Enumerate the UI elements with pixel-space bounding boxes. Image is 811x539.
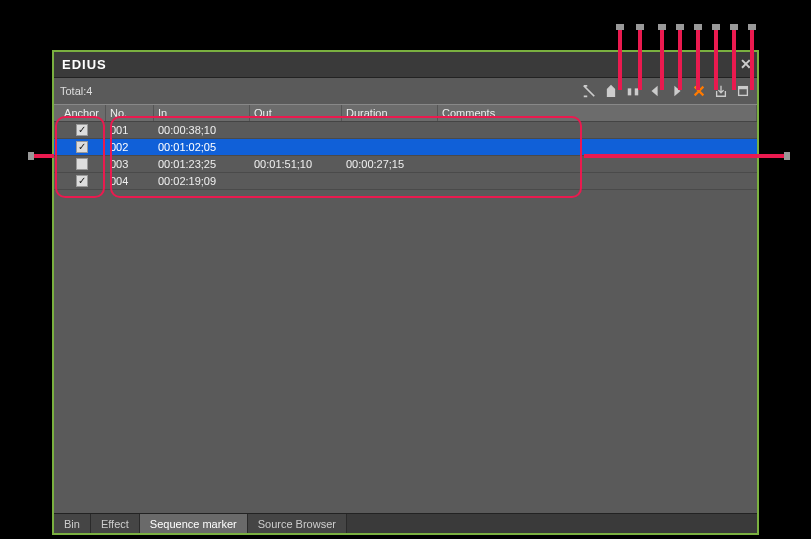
cell-in: 00:00:38;10 — [154, 124, 250, 136]
header-comments[interactable]: Comments — [438, 105, 757, 121]
header-out[interactable]: Out — [250, 105, 342, 121]
anchor-checkbox[interactable] — [76, 175, 88, 187]
tab-bin[interactable]: Bin — [54, 514, 91, 533]
table-row[interactable]: 00300:01:23;2500:01:51;1000:00:27;15 — [54, 156, 757, 173]
annotation-vline-8 — [750, 30, 754, 90]
annotation-vline-1 — [618, 30, 622, 90]
svg-rect-3 — [739, 87, 748, 90]
marker-window: EDIUS ✕ Total:4 — [52, 50, 759, 535]
cell-in: 00:02:19;09 — [154, 175, 250, 187]
toggle-anchor-icon[interactable] — [581, 83, 597, 99]
export-icon[interactable] — [735, 83, 751, 99]
titlebar: EDIUS ✕ — [54, 52, 757, 78]
cell-no: 001 — [106, 124, 154, 136]
annotation-vline-6 — [714, 30, 718, 90]
toolbar-icons — [581, 83, 751, 99]
anchor-checkbox[interactable] — [76, 141, 88, 153]
header-no[interactable]: No. — [106, 105, 154, 121]
annotation-vline-5 — [696, 30, 700, 90]
header-in[interactable]: In — [154, 105, 250, 121]
annotation-vline-2 — [638, 30, 642, 90]
annotation-vline-4 — [678, 30, 682, 90]
cell-in: 00:01:23;25 — [154, 158, 250, 170]
cell-no: 002 — [106, 141, 154, 153]
tab-source-browser[interactable]: Source Browser — [248, 514, 347, 533]
cell-duration: 00:00:27;15 — [342, 158, 438, 170]
cell-no: 003 — [106, 158, 154, 170]
table-row[interactable]: 00100:00:38;10 — [54, 122, 757, 139]
annotation-vline-3 — [660, 30, 664, 90]
tab-sequence-marker[interactable]: Sequence marker — [140, 514, 248, 533]
table-header: Anchor No. In Out Duration Comments — [54, 104, 757, 122]
svg-rect-0 — [628, 88, 632, 95]
tab-effect[interactable]: Effect — [91, 514, 140, 533]
annotation-vline-7 — [732, 30, 736, 90]
cell-out: 00:01:51;10 — [250, 158, 342, 170]
next-marker-icon[interactable] — [669, 83, 685, 99]
header-duration[interactable]: Duration — [342, 105, 438, 121]
cell-no: 004 — [106, 175, 154, 187]
marker-add-icon[interactable] — [603, 83, 619, 99]
anchor-checkbox[interactable] — [76, 124, 88, 136]
total-label: Total:4 — [60, 85, 92, 97]
table-row[interactable]: 00400:02:19;09 — [54, 173, 757, 190]
app-title: EDIUS — [62, 57, 107, 72]
annotation-right-line — [584, 154, 784, 158]
anchor-checkbox[interactable] — [76, 158, 88, 170]
header-anchor[interactable]: Anchor — [54, 105, 106, 121]
tab-bar: BinEffectSequence markerSource Browser — [54, 513, 757, 533]
annotation-left-line — [34, 154, 54, 158]
cell-in: 00:01:02;05 — [154, 141, 250, 153]
table-body: 00100:00:38;1000200:01:02;0500300:01:23;… — [54, 122, 757, 513]
toolbar-row: Total:4 — [54, 78, 757, 104]
